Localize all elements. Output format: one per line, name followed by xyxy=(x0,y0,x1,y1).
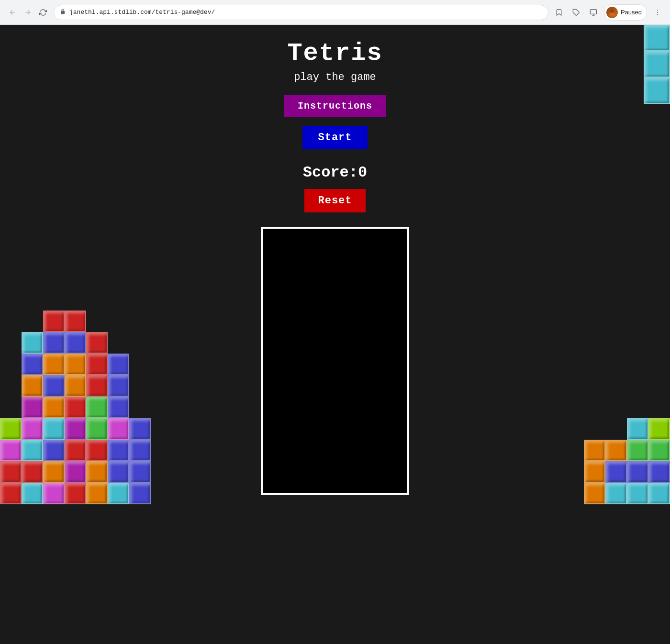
game-board xyxy=(261,227,409,495)
game-title: Tetris xyxy=(287,39,382,67)
left-blocks xyxy=(0,311,151,504)
media-button[interactable] xyxy=(587,6,600,19)
bookmark-button[interactable] xyxy=(552,6,566,19)
browser-chrome: janethl.api.stdlib.com/tetris-game@dev/ xyxy=(0,0,670,25)
forward-button[interactable] xyxy=(21,6,34,19)
svg-rect-1 xyxy=(590,10,596,14)
right-blocks xyxy=(584,418,670,504)
back-button[interactable] xyxy=(6,6,19,19)
extensions-button[interactable] xyxy=(570,6,583,19)
instructions-button[interactable]: Instructions xyxy=(284,95,386,117)
board-section xyxy=(0,227,670,504)
nav-buttons xyxy=(6,6,50,19)
start-button[interactable]: Start xyxy=(302,126,367,149)
game-subtitle: play the game xyxy=(294,71,376,83)
svg-point-7 xyxy=(657,14,658,15)
browser-actions: Paused xyxy=(552,4,664,21)
game-container: Tetris play the game Instructions Start … xyxy=(0,25,670,644)
svg-point-4 xyxy=(611,9,614,12)
address-bar[interactable]: janethl.api.stdlib.com/tetris-game@dev/ xyxy=(54,5,548,20)
lock-icon xyxy=(60,9,66,16)
menu-button[interactable] xyxy=(651,6,664,19)
profile-button[interactable]: Paused xyxy=(604,4,647,21)
score-display: Score:0 xyxy=(303,164,367,181)
profile-label: Paused xyxy=(621,9,642,16)
svg-point-6 xyxy=(657,12,658,13)
reset-button[interactable]: Reset xyxy=(304,189,365,212)
avatar xyxy=(606,7,618,18)
address-text: janethl.api.stdlib.com/tetris-game@dev/ xyxy=(69,9,542,16)
svg-point-5 xyxy=(657,10,658,11)
refresh-button[interactable] xyxy=(36,6,50,19)
top-right-piece xyxy=(644,25,670,104)
